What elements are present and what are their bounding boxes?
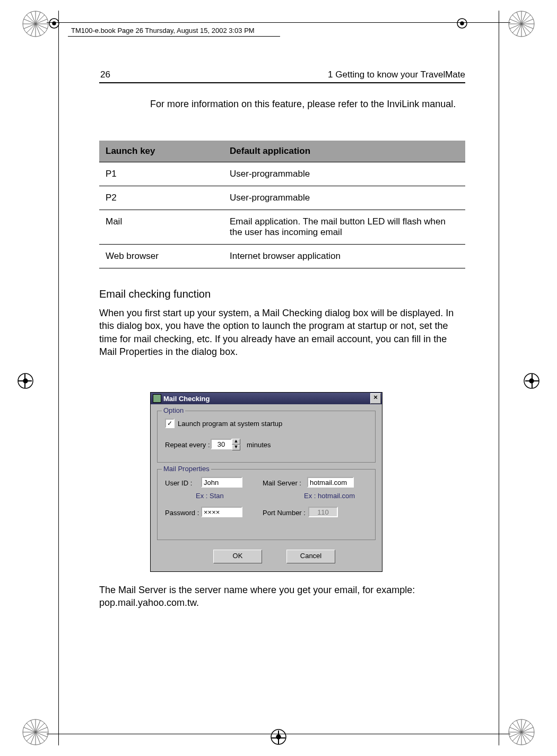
port-label: Port Number : [263,509,306,517]
ok-button[interactable]: OK [213,550,262,563]
repeat-unit-label: minutes [247,441,271,449]
group-option: Option ✓ Launch program at system startu… [157,411,376,463]
svg-point-45 [460,22,464,25]
userid-input[interactable] [201,477,242,488]
table-header-cell: Default application [223,141,465,162]
chapter-title: 1 Getting to know your TravelMate [292,69,465,80]
spinner-buttons[interactable]: ▲▼ [232,439,240,450]
cancel-button[interactable]: Cancel [286,550,335,563]
closing-text: The Mail Server is the server name where… [99,584,465,610]
running-header-rule [68,36,280,37]
userid-example: Ex : Stan [196,492,224,500]
crosshair-icon [24,374,25,388]
running-header: TM100-e.book Page 26 Thursday, August 15… [71,27,411,34]
registration-wheel-icon [507,718,536,746]
crop-top-rule [47,22,510,23]
registration-wheel-icon [21,718,50,746]
repeat-spinner[interactable]: ▲▼ [211,439,240,450]
app-icon [153,394,161,403]
registration-mark-icon [455,16,469,31]
crop-right-rule [499,11,499,745]
password-input[interactable] [201,507,242,517]
close-button[interactable]: × [370,393,381,404]
group-legend: Option [162,406,185,414]
spinner-down-icon[interactable]: ▼ [232,445,240,450]
checkbox-label: Launch program at system startup [178,420,282,428]
registration-wheel-icon [507,10,536,38]
mailserver-input[interactable] [307,477,354,488]
mailserver-example: Ex : hotmail.com [304,492,355,500]
crosshair-icon [278,731,279,744]
table-header-cell: Launch key [99,141,223,162]
crosshair-icon [532,374,533,388]
registration-wheel-icon [21,10,50,38]
port-input[interactable] [308,507,338,517]
password-label: Password : [165,509,199,517]
repeat-every-label: Repeat every : [165,441,210,449]
mail-checking-dialog: Mail Checking × Option ✓ Launch program … [150,392,382,572]
registration-mark-icon [47,16,62,31]
svg-point-43 [53,22,56,25]
section-heading: Email checking function [99,288,211,300]
intro-text: For more information on this feature, pl… [150,98,463,110]
launch-key-table: Launch key Default application P1User-pr… [99,141,465,268]
group-legend: Mail Properties [162,465,211,473]
table-header-row: Launch key Default application [99,141,465,162]
launch-at-startup-checkbox[interactable]: ✓ Launch program at system startup [165,419,282,428]
userid-label: User ID : [165,479,192,487]
section-body: When you first start up your system, a M… [99,307,465,358]
dialog-title: Mail Checking [163,395,370,403]
table-row: Web browserInternet browser application [99,245,465,268]
checkbox-mark: ✓ [165,419,175,428]
table-row: P1User-programmable [99,162,465,186]
mailserver-label: Mail Server : [263,479,301,487]
group-mail-properties: Mail Properties User ID : Ex : Stan Mail… [157,469,376,540]
table-row: MailEmail application. The mail button L… [99,210,465,245]
page-number: 26 [100,69,110,80]
table-row: P2User-programmable [99,186,465,210]
dialog-titlebar: Mail Checking × [151,393,382,404]
repeat-value-input[interactable] [211,439,232,449]
crop-left-rule [58,11,59,745]
header-rule [99,82,465,83]
